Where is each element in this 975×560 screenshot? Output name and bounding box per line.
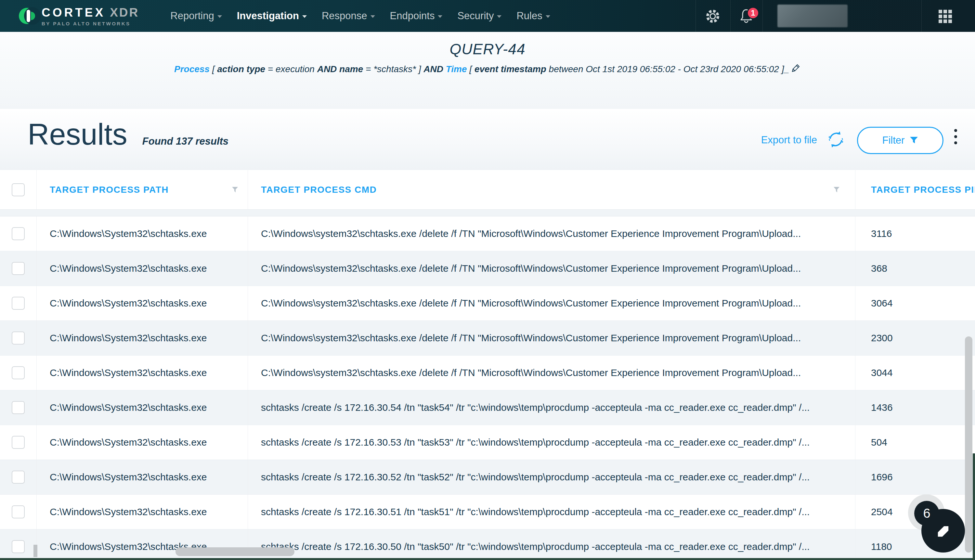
user-account-redacted[interactable] (777, 5, 848, 27)
column-header-target-process-pid[interactable]: TARGET PROCESS PID (855, 170, 975, 209)
window-edge-right (973, 453, 975, 560)
table-row[interactable]: C:\Windows\System32\schtasks.exe C:\Wind… (0, 286, 975, 321)
query-segments: Process [ action type = execution AND na… (174, 64, 789, 74)
table-row[interactable]: C:\Windows\System32\schtasks.exe schtask… (0, 425, 975, 460)
notifications-bell-icon[interactable]: 1 (738, 7, 755, 26)
chevron-down-icon (217, 15, 222, 18)
row-checkbox[interactable] (12, 332, 25, 345)
cortex-logo-icon (19, 8, 35, 24)
cell-target-process-pid: 1180 (871, 541, 892, 552)
partially-scrolled-row (0, 210, 975, 217)
table-row[interactable]: C:\Windows\System32\schtasks.exe schtask… (0, 530, 975, 560)
cell-target-process-path: C:\Windows\System32\schtasks.exe (50, 507, 207, 517)
refresh-sync-icon[interactable] (827, 130, 845, 150)
column-header-target-process-path[interactable]: TARGET PROCESS PATH (37, 170, 248, 209)
row-checkbox[interactable] (12, 505, 25, 518)
chat-send-icon (932, 519, 955, 542)
cell-target-process-path: C:\Windows\System32\schtasks.exe (50, 228, 207, 239)
edit-query-pencil-icon[interactable] (790, 63, 801, 77)
cell-target-process-path: C:\Windows\System32\schtasks.exe (50, 263, 207, 274)
query-title: QUERY-44 (0, 40, 975, 58)
chevron-down-icon (302, 15, 307, 18)
main-nav: ReportingInvestigationResponseEndpointsS… (170, 10, 550, 22)
table-row[interactable]: C:\Windows\System32\schtasks.exe C:\Wind… (0, 217, 975, 251)
cell-target-process-cmd: C:\Windows\system32\schtasks.exe /delete… (261, 332, 801, 343)
filter-button-label: Filter (882, 135, 905, 146)
cell-target-process-pid: 504 (871, 437, 887, 448)
select-all-checkbox[interactable] (12, 183, 25, 196)
cell-target-process-path: C:\Windows\System32\schtasks.exe (50, 437, 207, 448)
cell-target-process-cmd: C:\Windows\system32\schtasks.exe /delete… (261, 367, 801, 378)
notification-badge: 1 (747, 7, 759, 19)
row-checkbox[interactable] (12, 366, 25, 379)
cell-target-process-path: C:\Windows\System32\schtasks.exe (50, 402, 207, 413)
query-band: QUERY-44 Process [ action type = executi… (0, 32, 975, 109)
chevron-down-icon (546, 15, 550, 18)
table-row[interactable]: C:\Windows\System32\schtasks.exe schtask… (0, 460, 975, 495)
chevron-down-icon (438, 15, 442, 18)
cell-target-process-path: C:\Windows\System32\schtasks.exe (50, 332, 207, 343)
cell-target-process-pid: 368 (871, 263, 887, 274)
filter-funnel-icon (910, 137, 918, 144)
nav-item-reporting[interactable]: Reporting (170, 10, 222, 22)
horizontal-scrollbar[interactable] (175, 547, 295, 556)
cell-target-process-cmd: C:\Windows\system32\schtasks.exe /delete… (261, 263, 801, 274)
cell-target-process-path: C:\Windows\System32\schtasks.exe (50, 298, 207, 309)
row-checkbox[interactable] (12, 471, 25, 483)
filter-button[interactable]: Filter (857, 127, 943, 154)
nav-item-endpoints[interactable]: Endpoints (390, 10, 443, 22)
row-checkbox[interactable] (12, 227, 25, 240)
results-band: Results Found 137 results Export to file… (0, 109, 975, 170)
row-checkbox[interactable] (12, 540, 25, 553)
cell-target-process-path: C:\Windows\System32\schtasks.exe (50, 472, 207, 483)
results-count-summary: Found 137 results (142, 135, 228, 147)
horizontal-scrollbar-cap (33, 545, 37, 557)
top-navbar: CORTEX XDR BY PALO ALTO NETWORKS Reporti… (0, 0, 975, 32)
cell-target-process-pid: 3044 (871, 367, 893, 378)
column-header-target-process-cmd[interactable]: TARGET PROCESS CMD (248, 170, 855, 209)
cell-target-process-cmd: schtasks /create /s 172.16.30.50 /tn "ta… (261, 541, 810, 552)
nav-item-rules[interactable]: Rules (517, 10, 550, 22)
brand-title: CORTEX (42, 6, 105, 20)
app-switcher-grid-icon[interactable] (938, 10, 952, 23)
chevron-down-icon (370, 15, 375, 18)
query-definition: Process [ action type = execution AND na… (0, 63, 975, 77)
table-row[interactable]: C:\Windows\System32\schtasks.exe schtask… (0, 390, 975, 425)
cell-target-process-cmd: schtasks /create /s 172.16.30.54 /tn "ta… (261, 402, 810, 413)
chevron-down-icon (497, 15, 502, 18)
table-body: C:\Windows\System32\schtasks.exe C:\Wind… (0, 217, 975, 560)
brand-suffix: XDR (110, 6, 139, 20)
window-edge-bottom (0, 558, 975, 560)
nav-item-investigation[interactable]: Investigation (237, 10, 307, 22)
table-row[interactable]: C:\Windows\System32\schtasks.exe C:\Wind… (0, 321, 975, 355)
row-checkbox[interactable] (12, 262, 25, 275)
table-header-row: TARGET PROCESS PATH TARGET PROCESS CMD T… (0, 170, 975, 210)
cell-target-process-cmd: schtasks /create /s 172.16.30.51 /tn "ta… (261, 507, 810, 517)
vertical-scrollbar[interactable] (965, 337, 972, 553)
nav-item-response[interactable]: Response (322, 10, 375, 22)
brand-logo[interactable]: CORTEX XDR BY PALO ALTO NETWORKS (19, 6, 139, 26)
row-checkbox[interactable] (12, 401, 25, 414)
chat-unread-badge[interactable]: 6 (914, 501, 939, 526)
cell-target-process-path: C:\Windows\System32\schtasks.exe (50, 367, 207, 378)
table-row[interactable]: C:\Windows\System32\schtasks.exe schtask… (0, 495, 975, 530)
settings-gear-icon[interactable] (705, 8, 721, 26)
nav-item-security[interactable]: Security (457, 10, 502, 22)
cell-target-process-cmd: schtasks /create /s 172.16.30.53 /tn "ta… (261, 437, 810, 448)
table-row[interactable]: C:\Windows\System32\schtasks.exe C:\Wind… (0, 251, 975, 286)
export-to-file-link[interactable]: Export to file (761, 134, 817, 146)
cell-target-process-cmd: C:\Windows\system32\schtasks.exe /delete… (261, 228, 801, 239)
brand-subtitle: BY PALO ALTO NETWORKS (42, 21, 139, 26)
column-filter-icon[interactable] (833, 186, 840, 195)
row-checkbox[interactable] (12, 436, 25, 449)
more-options-kebab-icon[interactable] (954, 129, 957, 144)
column-filter-icon[interactable] (232, 186, 238, 195)
cell-target-process-pid: 1436 (871, 402, 893, 413)
row-checkbox[interactable] (12, 297, 25, 310)
cell-target-process-pid: 3064 (871, 298, 893, 309)
table-row[interactable]: C:\Windows\System32\schtasks.exe C:\Wind… (0, 355, 975, 390)
results-table: TARGET PROCESS PATH TARGET PROCESS CMD T… (0, 170, 975, 560)
cell-target-process-cmd: C:\Windows\system32\schtasks.exe /delete… (261, 298, 801, 309)
results-heading: Results (28, 117, 127, 152)
cell-target-process-cmd: schtasks /create /s 172.16.30.52 /tn "ta… (261, 472, 810, 483)
